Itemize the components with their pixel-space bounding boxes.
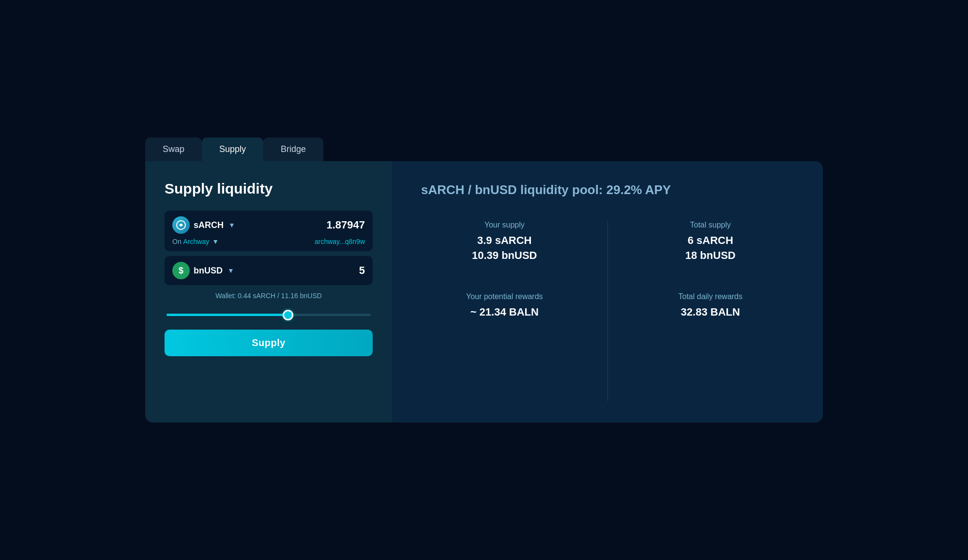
stats-right: Total supply 6 sARCH 18 bnUSD Total dail… — [627, 221, 794, 401]
supply-button[interactable]: Supply — [165, 330, 373, 356]
sarch-icon — [172, 216, 190, 234]
your-supply-sarch: 3.9 sARCH 10.39 bnUSD — [472, 233, 537, 263]
total-rewards-block: Total daily rewards 32.83 BALN — [627, 292, 794, 320]
pool-title: sARCH / bnUSD liquidity pool: 29.2% APY — [421, 182, 794, 197]
sarch-chevron-icon: ▼ — [228, 221, 235, 229]
network-chevron-icon: ▼ — [212, 238, 219, 245]
bnusd-input-group: $ bnUSD ▼ — [165, 256, 373, 285]
tab-bar: Swap Supply Bridge — [145, 137, 823, 161]
sarch-token-selector[interactable]: sARCH ▼ — [172, 216, 235, 234]
your-supply-label: Your supply — [484, 221, 525, 229]
sarch-input-row: sARCH ▼ — [172, 216, 365, 234]
total-supply-value: 6 sARCH 18 bnUSD — [685, 233, 736, 263]
tab-swap[interactable]: Swap — [145, 137, 202, 161]
your-supply-block: Your supply 3.9 sARCH 10.39 bnUSD — [421, 221, 588, 263]
total-supply-label: Total supply — [690, 221, 731, 229]
your-rewards-value: ~ 21.34 BALN — [470, 305, 539, 320]
wallet-address: archway...q8n9w — [315, 238, 365, 245]
bnusd-chevron-icon: ▼ — [227, 267, 234, 274]
stats-divider — [607, 221, 608, 401]
network-on-label: On Archway ▼ — [172, 238, 219, 245]
left-panel: Supply liquidity sARCH ▼ — [145, 161, 392, 423]
tab-bridge[interactable]: Bridge — [263, 137, 323, 161]
stats-left: Your supply 3.9 sARCH 10.39 bnUSD Your p… — [421, 221, 588, 401]
supply-slider[interactable] — [166, 314, 371, 316]
bnusd-input-row: $ bnUSD ▼ — [172, 262, 365, 279]
panel-title: Supply liquidity — [165, 181, 373, 197]
network-row: On Archway ▼ archway...q8n9w — [172, 238, 365, 245]
content-area: Supply liquidity sARCH ▼ — [145, 161, 823, 423]
total-rewards-value: 32.83 BALN — [681, 305, 740, 320]
sarch-amount-input[interactable] — [287, 219, 365, 231]
network-selector[interactable]: Archway ▼ — [183, 238, 219, 245]
your-rewards-block: Your potential rewards ~ 21.34 BALN — [421, 292, 588, 320]
bnusd-token-name: bnUSD — [194, 266, 223, 276]
tab-supply[interactable]: Supply — [202, 137, 263, 161]
total-supply-block: Total supply 6 sARCH 18 bnUSD — [627, 221, 794, 263]
bnusd-amount-input[interactable] — [287, 264, 365, 277]
stats-grid: Your supply 3.9 sARCH 10.39 bnUSD Your p… — [421, 221, 794, 401]
sarch-input-group: sARCH ▼ On Archway ▼ archway...q8n9w — [165, 211, 373, 251]
slider-container — [165, 309, 373, 318]
right-panel: sARCH / bnUSD liquidity pool: 29.2% APY … — [392, 161, 823, 423]
wallet-info: Wallet: 0.44 sARCH / 11.16 bnUSD — [165, 292, 373, 300]
your-rewards-label: Your potential rewards — [466, 292, 543, 301]
bnusd-token-selector[interactable]: $ bnUSD ▼ — [172, 262, 234, 279]
bnusd-icon: $ — [172, 262, 190, 279]
sarch-token-name: sARCH — [194, 220, 224, 230]
total-rewards-label: Total daily rewards — [679, 292, 743, 301]
